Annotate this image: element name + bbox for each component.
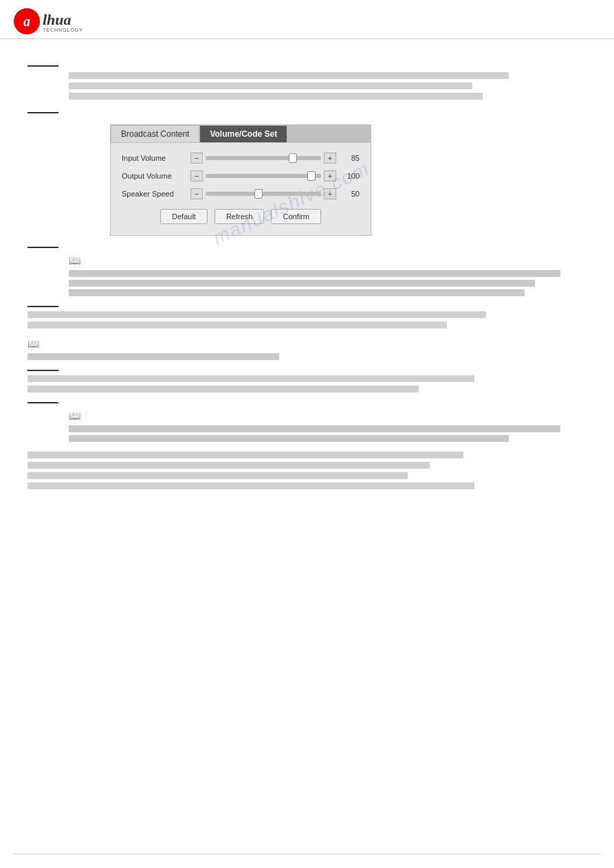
speaker-speed-track[interactable] [206,192,321,196]
step-3-section: 📖 [28,247,586,296]
speaker-speed-label: Speaker Speed [122,190,190,198]
output-volume-plus[interactable]: + [324,170,336,181]
text-line-3 [69,93,483,100]
extra-text-section [28,452,586,489]
dialog-tabs: Broadcast Content Volume/Code Set [111,125,371,143]
logo-icon: a [14,8,40,34]
page-content: Broadcast Content Volume/Code Set Input … [0,39,614,510]
extra-line-2 [28,462,430,469]
output-volume-thumb[interactable] [307,171,316,181]
tab-broadcast-content[interactable]: Broadcast Content [111,125,199,143]
output-volume-value: 100 [339,172,360,180]
step-6-underline [28,402,58,403]
page-header: a lhua TECHNOLOGY [0,0,614,39]
input-volume-track[interactable] [206,156,321,160]
confirm-button[interactable]: Confirm [271,209,321,224]
step-6-section: 📖 [28,402,586,442]
step-4-section [28,306,586,329]
step-1-header-underline [28,65,58,67]
dialog-panel: Broadcast Content Volume/Code Set Input … [110,124,371,236]
input-volume-value: 85 [339,154,360,162]
text-line-4b [28,322,447,329]
note-icon-1: 📖 [69,255,80,266]
note-line-3a [69,425,560,432]
note-box-1: 📖 [69,255,586,296]
step-5-underline [28,370,58,371]
speaker-speed-row: Speaker Speed − + 50 [122,188,360,199]
extra-line-1 [28,452,463,458]
note-icon-3: 📖 [69,410,80,421]
text-line-5b [28,386,419,392]
output-volume-track[interactable] [206,174,321,178]
logo-sub: TECHNOLOGY [43,27,83,32]
refresh-button[interactable]: Refresh [215,209,265,224]
speaker-speed-thumb[interactable] [254,189,263,199]
note-line-3b [69,435,509,442]
note-section-2: 📖 [28,338,586,360]
footer-line [14,854,600,854]
step-4-underline [28,306,58,307]
speaker-speed-value: 50 [339,190,360,198]
step-2-header-underline [28,112,58,113]
step-3-underline [28,247,58,248]
step-1-section [28,65,586,100]
tab-volume-code-set[interactable]: Volume/Code Set [199,125,287,143]
step-2-section: Broadcast Content Volume/Code Set Input … [28,112,586,236]
text-line-1 [69,72,509,79]
extra-line-3 [28,472,408,479]
dialog-body: Input Volume − + 85 Output Volume − [111,143,371,235]
step-1-text [69,72,586,100]
note-line-2a [28,353,279,360]
default-button[interactable]: Default [160,209,208,224]
text-line-2 [69,82,472,89]
note-box-2: 📖 [28,338,586,360]
dialog-button-row: Default Refresh Confirm [122,206,360,228]
output-volume-label: Output Volume [122,172,190,180]
speaker-speed-minus[interactable]: − [190,188,203,199]
step-4-text [28,311,586,329]
text-line-5a [28,375,474,382]
step-5-text [28,375,586,392]
note-line-2 [69,280,535,287]
logo: a lhua TECHNOLOGY [14,8,83,34]
output-volume-row: Output Volume − + 100 [122,170,360,181]
extra-text [28,452,586,489]
input-volume-plus[interactable]: + [324,153,336,164]
note-icon-2: 📖 [28,338,39,349]
note-line-1 [69,270,560,277]
note-box-3: 📖 [69,410,586,442]
input-volume-row: Input Volume − + 85 [122,153,360,164]
note-line-3 [69,289,525,296]
input-volume-label: Input Volume [122,154,190,162]
logo-brand: lhua [43,11,72,28]
text-line-4a [28,311,486,318]
step-5-section [28,370,586,392]
input-volume-minus[interactable]: − [190,153,203,164]
volume-code-dialog: Broadcast Content Volume/Code Set Input … [110,124,371,236]
input-volume-thumb[interactable] [289,153,297,163]
speaker-speed-plus[interactable]: + [324,188,336,199]
output-volume-minus[interactable]: − [190,170,203,181]
extra-line-4 [28,482,474,489]
